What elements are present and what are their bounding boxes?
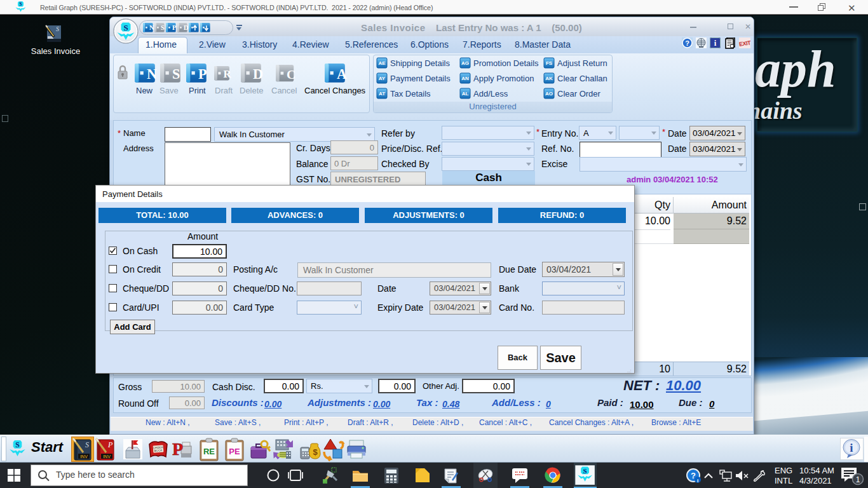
svg-text:S: S — [85, 440, 89, 449]
svg-text:PE: PE — [229, 447, 240, 456]
svg-text:P: P — [172, 439, 183, 459]
svg-text:1: 1 — [856, 475, 860, 484]
svg-text:INV: INV — [103, 454, 111, 459]
svg-text:$: $ — [313, 447, 318, 457]
svg-text:RE: RE — [203, 447, 215, 456]
svg-text:P: P — [107, 440, 113, 449]
svg-text:BOOK: BOOK — [154, 449, 163, 452]
svg-text:S: S — [56, 25, 59, 32]
svg-text:i: i — [697, 478, 698, 484]
svg-text:i: i — [850, 441, 853, 454]
svg-text:INV: INV — [80, 454, 88, 459]
